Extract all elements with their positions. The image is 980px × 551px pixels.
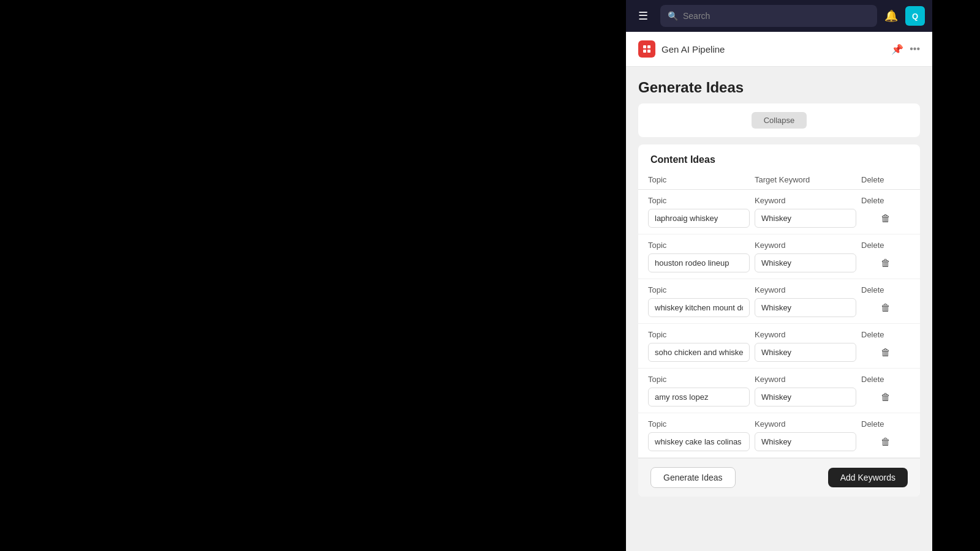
topic-label-1: Topic	[648, 241, 755, 250]
delete-col-0: 🗑	[861, 213, 910, 224]
keyword-label-4: Keyword	[755, 375, 861, 384]
table-row: Topic Keyword Delete 🗑	[638, 369, 920, 413]
topic-label-5: Topic	[648, 419, 755, 429]
delete-label-1: Delete	[861, 241, 910, 250]
avatar: Q	[905, 6, 925, 26]
top-nav: ☰ 🔍 🔔 Q	[626, 0, 932, 32]
generate-ideas-button[interactable]: Generate Ideas	[650, 467, 736, 488]
bell-icon[interactable]: 🔔	[884, 9, 898, 23]
more-icon[interactable]: •••	[910, 43, 920, 54]
col-keyword-header: Target Keyword	[755, 175, 861, 184]
app-logo	[638, 40, 655, 58]
topic-input-4[interactable]	[648, 388, 750, 407]
footer-bar: Generate Ideas Add Keywords	[638, 458, 920, 497]
menu-icon[interactable]: ☰	[633, 9, 653, 23]
keyword-label-1: Keyword	[755, 241, 861, 250]
svg-rect-0	[643, 45, 646, 48]
table-row: Topic Keyword Delete 🗑	[638, 413, 920, 458]
collapsed-section: Collapse	[638, 103, 920, 137]
table-row: Topic Keyword Delete 🗑	[638, 324, 920, 369]
delete-button-2[interactable]: 🗑	[881, 302, 891, 313]
delete-label-2: Delete	[861, 285, 910, 294]
app-header: Gen AI Pipeline 📌 •••	[626, 32, 932, 67]
add-keywords-button[interactable]: Add Keywords	[828, 468, 908, 487]
delete-button-3[interactable]: 🗑	[881, 347, 891, 358]
svg-rect-2	[643, 50, 646, 53]
header-actions: 📌 •••	[891, 43, 920, 55]
table-row: Topic Keyword Delete 🗑	[638, 234, 920, 279]
keyword-label-3: Keyword	[755, 330, 861, 339]
delete-label-5: Delete	[861, 419, 910, 429]
collapsed-button[interactable]: Collapse	[752, 112, 807, 129]
topic-input-2[interactable]	[648, 298, 750, 317]
keyword-input-1[interactable]	[755, 253, 856, 272]
delete-button-5[interactable]: 🗑	[881, 437, 891, 448]
keyword-input-3[interactable]	[755, 343, 856, 362]
app-name: Gen AI Pipeline	[662, 44, 725, 54]
table-body: Topic Keyword Delete 🗑 Topic Keyword Del…	[638, 190, 920, 458]
content-ideas-title: Content Ideas	[638, 144, 920, 170]
topic-input-3[interactable]	[648, 343, 750, 362]
keyword-input-0[interactable]	[755, 209, 856, 228]
content-ideas-panel: Content Ideas Topic Target Keyword Delet…	[638, 144, 920, 497]
pin-icon[interactable]: 📌	[891, 43, 903, 55]
topic-input-1[interactable]	[648, 253, 750, 272]
delete-button-1[interactable]: 🗑	[881, 258, 891, 269]
topic-label-3: Topic	[648, 330, 755, 339]
delete-col-3: 🗑	[861, 347, 910, 358]
table-row: Topic Keyword Delete 🗑	[638, 190, 920, 234]
keyword-input-2[interactable]	[755, 298, 856, 317]
delete-col-2: 🗑	[861, 302, 910, 313]
app-title-row: Gen AI Pipeline	[638, 40, 725, 58]
col-delete-header: Delete	[861, 175, 910, 184]
topic-input-0[interactable]	[648, 209, 750, 228]
keyword-label-2: Keyword	[755, 285, 861, 294]
delete-col-5: 🗑	[861, 437, 910, 448]
delete-col-4: 🗑	[861, 392, 910, 403]
delete-label-0: Delete	[861, 196, 910, 205]
delete-button-0[interactable]: 🗑	[881, 213, 891, 224]
keyword-label-5: Keyword	[755, 419, 861, 429]
search-input[interactable]	[683, 11, 870, 21]
topic-label-2: Topic	[648, 285, 755, 294]
delete-label-4: Delete	[861, 375, 910, 384]
svg-rect-1	[647, 45, 650, 48]
keyword-label-0: Keyword	[755, 196, 861, 205]
col-topic-header: Topic	[648, 175, 755, 184]
delete-button-4[interactable]: 🗑	[881, 392, 891, 403]
keyword-input-4[interactable]	[755, 388, 856, 407]
main-content: Gen AI Pipeline 📌 ••• Generate Ideas Col…	[626, 32, 932, 551]
table-row: Topic Keyword Delete 🗑	[638, 279, 920, 324]
topic-input-5[interactable]	[648, 432, 750, 451]
search-bar: 🔍	[660, 5, 877, 27]
keyword-input-5[interactable]	[755, 432, 856, 451]
topic-label-4: Topic	[648, 375, 755, 384]
topic-label-0: Topic	[648, 196, 755, 205]
delete-label-3: Delete	[861, 330, 910, 339]
table-header: Topic Target Keyword Delete	[638, 170, 920, 190]
page-title: Generate Ideas	[626, 67, 932, 103]
delete-col-1: 🗑	[861, 258, 910, 269]
svg-rect-3	[647, 50, 650, 53]
search-icon: 🔍	[668, 11, 678, 21]
